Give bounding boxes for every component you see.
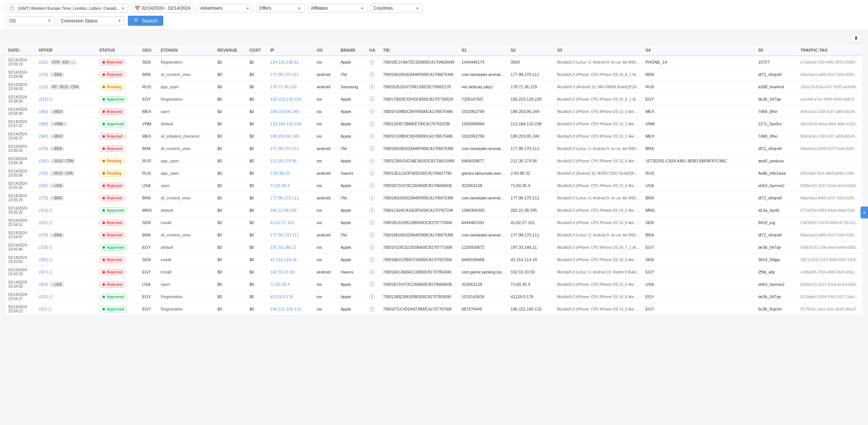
offer-id[interactable]: (370)	[39, 146, 49, 151]
cell-revenue: $0	[215, 229, 247, 241]
info-icon[interactable]: ℹ	[369, 220, 375, 225]
cell-brand: Apple	[338, 254, 367, 266]
cell-offer: (380) - VNM -	[37, 118, 97, 130]
offer-id[interactable]: (155)	[39, 171, 49, 175]
cell-s4: BRA	[643, 68, 756, 81]
timezone-filter[interactable]: 🕐 (GMT) Western Europe Time, London, Lis…	[6, 4, 128, 13]
offer-id[interactable]: (20E)	[39, 159, 49, 163]
info-icon[interactable]: ℹ	[369, 146, 375, 151]
table-row: 02/14/2024 23:54:51 (281) Rejected SEN i…	[6, 217, 862, 229]
info-icon[interactable]: ℹ	[369, 97, 375, 102]
info-icon[interactable]: ℹ	[369, 245, 375, 250]
info-icon[interactable]: ℹ	[369, 109, 375, 114]
info-icon[interactable]: ℹ	[369, 59, 375, 65]
cell-cost: $0	[247, 56, 268, 68]
offer-id[interactable]: (216)	[39, 85, 49, 89]
offer-id[interactable]: (315)	[39, 245, 49, 250]
offer-id[interactable]: (355)	[39, 282, 49, 287]
advertisers-filter[interactable]: Advertisers ▼	[197, 4, 253, 13]
countries-filter[interactable]: Countries ▼	[370, 4, 423, 13]
cell-date: 02/14/2024 23:56:34	[6, 155, 37, 167]
date-range-filter[interactable]: 📅 02/14/2024 - 02/14/2024	[131, 4, 194, 13]
cell-os: ios	[314, 56, 338, 68]
cell-etoken: Registration	[158, 56, 215, 68]
search-button[interactable]: 🔍 Search	[128, 16, 163, 26]
cell-s2: 113.184.110.238	[508, 118, 555, 130]
advertisers-label: Advertisers	[200, 6, 223, 11]
cell-ua: ℹ	[367, 118, 381, 130]
info-icon[interactable]: ℹ	[369, 294, 375, 299]
info-icon[interactable]: ℹ	[369, 195, 375, 201]
offers-filter[interactable]: Offers ▼	[256, 4, 305, 13]
cell-geo: USA	[140, 278, 158, 291]
cell-s4: MEX	[643, 130, 756, 143]
offer-id[interactable]: (314)	[39, 208, 49, 212]
offer-id[interactable]: (380)	[39, 122, 49, 126]
cell-cost: $0	[247, 217, 268, 229]
offer-id[interactable]: (315)	[39, 97, 49, 101]
expand-panel-button[interactable]: +	[861, 207, 868, 218]
offer-id[interactable]: (370)	[39, 72, 49, 77]
info-icon[interactable]: ℹ	[369, 84, 375, 89]
cell-ip: 102.10.33.50	[268, 266, 314, 278]
cell-date: 02/14/2024 23:56:37	[6, 130, 37, 143]
cell-ua: ℹ	[367, 155, 381, 167]
offer-id[interactable]: (281)	[39, 257, 49, 262]
offer-id[interactable]: (355)	[39, 183, 49, 188]
conversion-status-filter[interactable]: Conversion Status ▼	[58, 16, 125, 25]
download-button[interactable]: ⬇	[850, 34, 862, 43]
info-icon[interactable]: ℹ	[369, 72, 375, 77]
affiliates-filter[interactable]: Affiliates ▼	[308, 4, 367, 13]
search-label: Search	[142, 18, 157, 24]
cell-traffic-tag: 8289e191-3c07-42cd-afc9-b1dd33d39eef	[798, 278, 862, 291]
cell-s4: PHONE_14	[643, 56, 756, 68]
info-icon[interactable]: ℹ	[369, 269, 375, 275]
cell-traffic-tag: 8289e191-3c07-42cd-afc9-b1dd33d39eef	[798, 180, 862, 192]
cell-brand: iTel	[338, 68, 367, 81]
cell-s5: d13a_lsyr6i	[756, 204, 798, 217]
cell-s4: MNG	[643, 204, 756, 217]
chevron-down-icon: ▼	[246, 6, 250, 10]
cell-offer: (360) - MEX	[37, 130, 97, 143]
cell-brand: Xiaomi	[338, 167, 367, 180]
offer-id[interactable]: (370)	[39, 196, 49, 200]
cell-revenue: $0	[215, 93, 247, 106]
table-row: 02/14/2024 23:56:34 (370) - BRA Rejected…	[6, 143, 862, 155]
offer-id[interactable]: (281)	[39, 220, 49, 225]
cell-s3: Mozilla/5.0 (Linux; U; Android 10; Redmi…	[555, 266, 643, 278]
info-icon[interactable]: ℹ	[369, 183, 375, 188]
info-icon[interactable]: ℹ	[369, 208, 375, 213]
status-badge: Rejected	[99, 232, 126, 238]
cell-date: 02/14/2024 23:59:08	[6, 68, 37, 81]
cell-ip: 197.33.146.11	[268, 241, 314, 254]
offer-id[interactable]: (360)	[39, 109, 49, 114]
info-icon[interactable]: ℹ	[369, 282, 375, 287]
col-ip: IP	[268, 45, 314, 56]
offer-id[interactable]: (315	[39, 307, 47, 311]
offer-id[interactable]: (192)	[39, 60, 49, 64]
info-icon[interactable]: ℹ	[369, 171, 375, 176]
cell-ua: ℹ	[367, 68, 381, 81]
cell-status: Rejected	[97, 180, 140, 192]
offer-id[interactable]: (360)	[39, 134, 49, 138]
cell-s5: eb63_hpmne2	[756, 278, 798, 291]
cell-etoken: default	[158, 204, 215, 217]
info-icon[interactable]: ℹ	[369, 158, 375, 163]
offer-id[interactable]: (315)	[39, 294, 49, 299]
info-icon[interactable]: ℹ	[369, 257, 375, 262]
offer-id[interactable]: (347)	[39, 270, 49, 274]
status-badge: Approved	[99, 294, 127, 300]
offer-id[interactable]: (370)	[39, 233, 49, 237]
info-icon[interactable]: ℹ	[369, 232, 375, 238]
cell-s3: Mozilla/5.0 (Linux; U; Android 9; en-ca;…	[555, 229, 643, 241]
cell-os: ios	[314, 118, 338, 130]
info-icon[interactable]: ℹ	[369, 121, 375, 126]
info-icon[interactable]: ℹ	[369, 134, 375, 139]
cell-os: android	[314, 266, 338, 278]
cell-s4: RUS	[643, 167, 756, 180]
status-badge: Rejected	[99, 71, 126, 78]
os-filter[interactable]: OS ▼	[6, 16, 55, 25]
cell-cost: $0	[247, 291, 268, 303]
info-icon[interactable]: ℹ	[369, 306, 375, 312]
cell-s4: EGY	[643, 266, 756, 278]
